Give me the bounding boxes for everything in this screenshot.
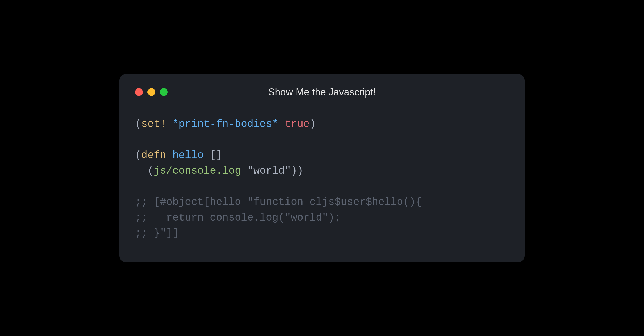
space (204, 150, 210, 161)
window-title: Show Me the Javascript! (135, 87, 509, 98)
keyword-defn: defn (141, 150, 166, 161)
comment-line: ;; }"]] (135, 228, 179, 239)
paren-open: ( (135, 118, 141, 130)
paren-open: ( (147, 165, 154, 177)
comment-line: ;; [#object[hello "function cljs$user$he… (135, 196, 422, 208)
code-block: (set! *print-fn-bodies* true) (defn hell… (135, 117, 509, 241)
code-window: Show Me the Javascript! (set! *print-fn-… (119, 74, 525, 262)
dynamic-var: *print-fn-bodies* (172, 118, 278, 130)
window-titlebar: Show Me the Javascript! (135, 87, 509, 98)
literal-true: true (285, 118, 310, 130)
fn-name: hello (172, 150, 204, 161)
space (166, 118, 172, 130)
traffic-lights (135, 88, 168, 96)
arg-brackets: [] (210, 150, 222, 161)
paren-open: ( (135, 150, 141, 161)
space (166, 150, 172, 161)
minimize-icon[interactable] (147, 88, 155, 96)
indent (135, 165, 147, 177)
comment-line: ;; return console.log("world"); (135, 212, 341, 224)
close-icon[interactable] (135, 88, 143, 96)
string-literal: "world" (247, 165, 291, 177)
keyword-set: set! (141, 118, 166, 130)
paren-close: )) (291, 165, 303, 177)
paren-close: ) (310, 118, 316, 130)
maximize-icon[interactable] (160, 88, 168, 96)
space (241, 165, 247, 177)
fn-call: js/console.log (154, 165, 241, 177)
space (278, 118, 285, 130)
